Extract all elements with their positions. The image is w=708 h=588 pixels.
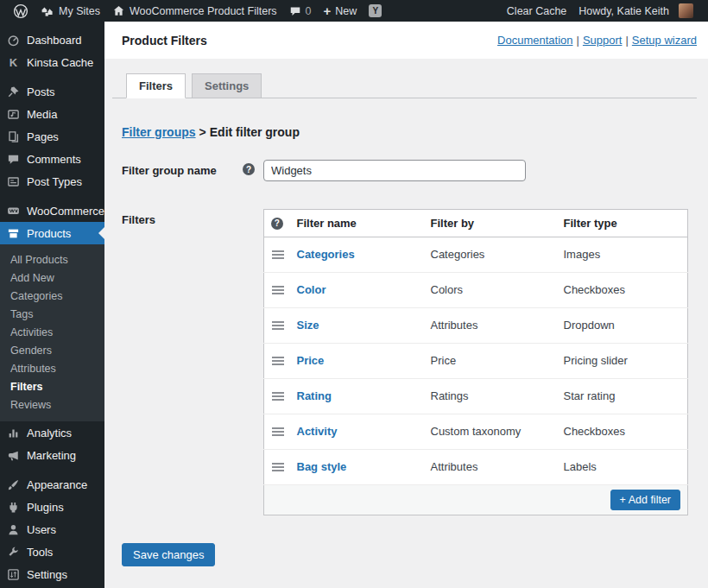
submenu-item-categories[interactable]: Categories [0, 287, 104, 305]
submenu-item-add-new[interactable]: Add New [0, 269, 104, 287]
sidebar-item-products[interactable]: Products [0, 222, 104, 244]
filter-link[interactable]: Price [297, 354, 325, 367]
products-submenu: All Products Add New Categories Tags Act… [0, 244, 104, 421]
submenu-item-tags[interactable]: Tags [0, 305, 104, 323]
user-avatar [679, 3, 693, 18]
add-filter-button[interactable]: + Add filter [610, 490, 680, 510]
sidebar-item-analytics[interactable]: Analytics [0, 421, 104, 444]
filters-label: Filters [122, 209, 243, 226]
table-row: Bag style Attributes Labels [264, 450, 688, 485]
support-link[interactable]: Support [583, 34, 623, 47]
sidebar-item-pages[interactable]: Pages [0, 125, 104, 148]
wordpress-logo-icon [13, 3, 28, 19]
filter-link[interactable]: Color [297, 283, 326, 296]
pushpin-icon [7, 85, 20, 98]
analytics-bars-icon [7, 427, 20, 439]
filter-group-name-input[interactable] [263, 160, 526, 181]
filter-link[interactable]: Categories [297, 248, 355, 261]
submenu-item-activities[interactable]: Activities [0, 323, 104, 341]
save-changes-button[interactable]: Save changes [122, 543, 215, 566]
submenu-item-all-products[interactable]: All Products [0, 250, 104, 269]
my-sites-icon [41, 4, 54, 18]
settings-sliders-icon [7, 568, 20, 581]
tab-bar: Filters Settings [112, 73, 697, 98]
paintbrush-icon [7, 478, 20, 491]
menu-separator [0, 193, 104, 199]
comment-bubble-icon [289, 5, 301, 17]
sidebar-item-appearance[interactable]: Appearance [0, 473, 104, 496]
new-label: New [335, 5, 357, 17]
drag-handle-icon[interactable] [272, 392, 284, 401]
comments-menu[interactable]: 0 [283, 0, 318, 22]
sidebar-item-kinsta-cache[interactable]: K Kinsta Cache [0, 51, 104, 73]
tab-filters[interactable]: Filters [126, 73, 186, 98]
comments-icon [7, 153, 20, 166]
account-menu[interactable]: Howdy, Katie Keith [572, 0, 699, 22]
table-header-row: ? Filter name Filter by Filter type [264, 210, 688, 237]
filters-row: Filters ? Filter name Filter by Filter t… [104, 209, 708, 515]
sidebar-item-woocommerce[interactable]: WooCommerce [0, 199, 104, 222]
submenu-item-genders[interactable]: Genders [0, 341, 104, 359]
kinsta-icon: K [7, 56, 20, 69]
drag-handle-icon[interactable] [272, 250, 284, 259]
woocommerce-icon [7, 205, 20, 218]
drag-handle-icon[interactable] [272, 357, 284, 365]
plug-icon [7, 501, 20, 514]
post-types-icon [7, 175, 20, 188]
plus-icon: + [324, 3, 332, 18]
current-menu-arrow [98, 227, 104, 239]
wrench-icon [7, 546, 20, 559]
page-title: Product Filters [122, 34, 207, 47]
filter-link[interactable]: Size [297, 319, 319, 332]
site-name-label: WooCommerce Product Filters [130, 5, 277, 17]
sidebar-item-media[interactable]: Media [0, 103, 104, 125]
menu-separator [0, 466, 104, 473]
new-content-menu[interactable]: + New [318, 0, 363, 22]
header-links: Documentation|Support|Setup wizard [497, 34, 697, 47]
admin-bar: My Sites WooCommerce Product Filters 0 +… [0, 0, 708, 22]
drag-handle-icon[interactable] [272, 321, 284, 330]
sidebar-item-users[interactable]: Users [0, 518, 104, 541]
drag-handle-icon[interactable] [272, 463, 284, 471]
filter-link[interactable]: Rating [297, 389, 332, 402]
submenu-item-filters[interactable]: Filters [0, 377, 104, 395]
tab-settings[interactable]: Settings [192, 73, 262, 98]
filter-link[interactable]: Activity [297, 425, 338, 438]
submenu-item-attributes[interactable]: Attributes [0, 359, 104, 377]
menu-separator [0, 73, 104, 80]
setup-wizard-link[interactable]: Setup wizard [632, 34, 697, 47]
sidebar-item-settings[interactable]: Settings [0, 563, 104, 585]
filter-link[interactable]: Bag style [297, 460, 347, 473]
sidebar-item-post-types[interactable]: Post Types [0, 170, 104, 193]
filter-groups-link[interactable]: Filter groups [122, 125, 196, 139]
clear-cache-button[interactable]: Clear Cache [501, 0, 572, 22]
sidebar-item-comments[interactable]: Comments [0, 148, 104, 170]
sidebar-item-marketing[interactable]: Marketing [0, 444, 104, 466]
col-filter-type: Filter type [557, 210, 688, 237]
wp-logo-menu[interactable] [7, 0, 35, 22]
drag-handle-icon[interactable] [272, 286, 284, 294]
yoast-menu[interactable]: Y [363, 0, 388, 22]
documentation-link[interactable]: Documentation [497, 34, 572, 47]
main-content: Product Filters Documentation|Support|Se… [104, 22, 708, 588]
submenu-item-reviews[interactable]: Reviews [0, 395, 104, 414]
sidebar-item-dashboard[interactable]: Dashboard [0, 28, 104, 51]
help-icon[interactable]: ? [243, 163, 255, 175]
my-sites-menu[interactable]: My Sites [35, 0, 106, 22]
admin-sidebar: Dashboard K Kinsta Cache Posts Media Pag… [0, 22, 104, 588]
megaphone-icon [7, 449, 20, 462]
comment-count: 0 [306, 5, 312, 17]
sidebar-item-posts[interactable]: Posts [0, 80, 104, 103]
table-row: Size Attributes Dropdown [264, 308, 688, 344]
table-row: Categories Categories Images [264, 237, 688, 273]
table-row: Activity Custom taxonomy Checkboxes [264, 414, 688, 450]
col-filter-name: Filter name [290, 210, 424, 237]
sidebar-item-tools[interactable]: Tools [0, 541, 104, 563]
col-filter-by: Filter by [424, 210, 557, 237]
drag-handle-icon[interactable] [272, 427, 284, 436]
table-row: Price Price Pricing slider [264, 344, 688, 379]
site-name-menu[interactable]: WooCommerce Product Filters [106, 0, 283, 22]
table-row: Rating Ratings Star rating [264, 379, 688, 414]
sidebar-item-plugins[interactable]: Plugins [0, 496, 104, 518]
table-help-icon[interactable]: ? [271, 218, 283, 230]
